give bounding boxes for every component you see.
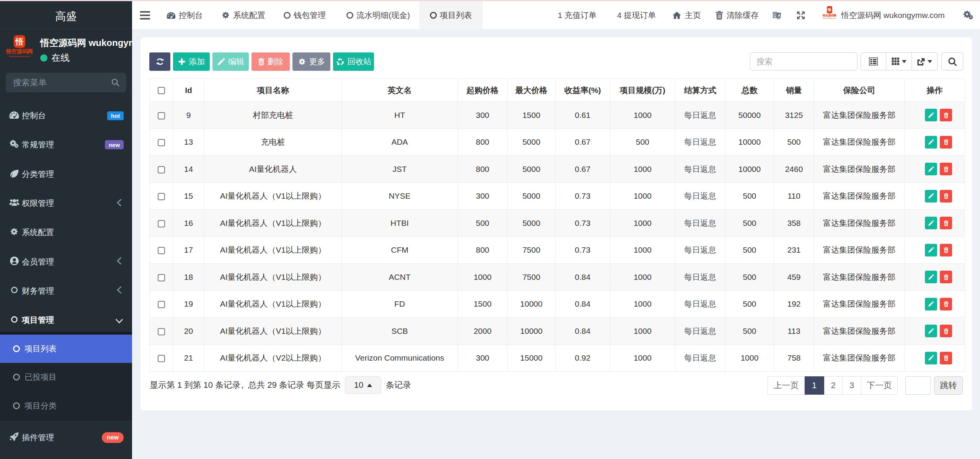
- svg-text:A: A: [778, 13, 781, 17]
